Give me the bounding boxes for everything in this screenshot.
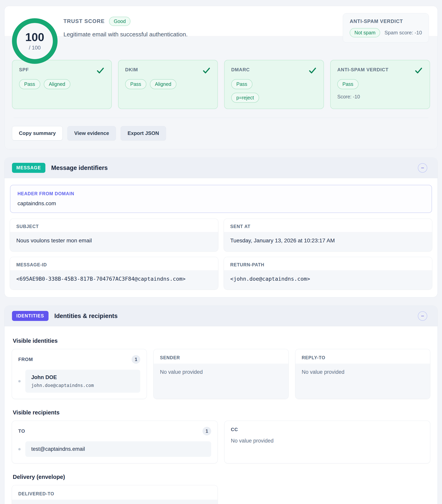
not-spam-badge: Not spam xyxy=(350,28,380,37)
status-pill: p=reject xyxy=(231,93,259,103)
status-pill: Aligned xyxy=(44,79,70,89)
from-entry: John DOE john.doe@captaindns.com xyxy=(18,370,140,393)
check-icon xyxy=(308,66,317,75)
dmarc-check-card: DMARC Pass p=reject xyxy=(224,60,324,109)
dkim-check-card: DKIM Pass Aligned xyxy=(118,60,218,109)
summary-texts: TRUST SCORE Good Legitimate email with s… xyxy=(63,13,343,38)
message-section-title: Message identifiers xyxy=(51,164,418,171)
identities-tag: IDENTITIES xyxy=(12,311,49,321)
spacer xyxy=(224,485,430,504)
to-count-badge: 1 xyxy=(203,427,211,435)
minus-icon: − xyxy=(421,313,424,319)
cc-label: CC xyxy=(231,427,238,432)
return-path-label: RETURN-PATH xyxy=(224,257,432,270)
spf-card-title: SPF xyxy=(19,66,29,72)
reply-to-card: REPLY-TO No value provided xyxy=(295,349,430,399)
to-card: TO 1 test@captaindns.email xyxy=(12,421,218,463)
return-path-field-card: RETURN-PATH <john.doe@captaindns.com> xyxy=(224,257,432,289)
header-from-domain-card: HEADER FROM DOMAIN captaindns.com xyxy=(10,185,432,213)
trust-summary-card: 100 / 100 TRUST SCORE Good Legitimate em… xyxy=(4,6,438,149)
spf-check-card: SPF Pass Aligned xyxy=(12,60,112,109)
bullet-dot-icon xyxy=(18,380,21,382)
copy-summary-button[interactable]: Copy summary xyxy=(12,126,63,141)
subject-field-card: SUBJECT Nous voulons tester mon email xyxy=(10,219,218,251)
from-email: john.doe@captaindns.com xyxy=(31,383,134,388)
from-display-name: John DOE xyxy=(31,374,134,380)
trust-score-denominator: / 100 xyxy=(29,45,41,51)
sender-empty-value: No value provided xyxy=(154,363,288,399)
collapse-message-section-button[interactable]: − xyxy=(418,163,427,173)
minus-icon: − xyxy=(421,165,424,171)
status-pill: Pass xyxy=(337,79,359,89)
summary-header: TRUST SCORE Good Legitimate email with s… xyxy=(4,6,438,36)
antispam-panel-title: ANTI-SPAM VERDICT xyxy=(350,18,422,24)
subject-value: Nous voulons tester mon email xyxy=(10,232,218,251)
reply-to-label: REPLY-TO xyxy=(295,349,430,363)
header-from-domain-value: captaindns.com xyxy=(18,200,424,207)
message-id-label: MESSAGE-ID xyxy=(10,257,218,270)
header-from-domain-label: HEADER FROM DOMAIN xyxy=(18,191,424,197)
message-section-header: MESSAGE Message identifiers − xyxy=(4,158,438,178)
trust-score-value: 100 xyxy=(25,31,44,43)
message-tag: MESSAGE xyxy=(12,163,45,173)
bullet-dot-icon xyxy=(18,448,21,450)
trust-grade-badge: Good xyxy=(109,17,130,26)
sent-at-label: SENT AT xyxy=(224,219,432,232)
delivered-to-body: test@captaindns.email xyxy=(12,500,218,504)
divider xyxy=(14,118,428,118)
subject-label: SUBJECT xyxy=(10,219,218,232)
message-id-field-card: MESSAGE-ID <695AE9B0-338B-45B3-817B-7047… xyxy=(10,257,218,289)
delivered-to-label: DELIVERED-TO xyxy=(12,485,218,500)
status-pill: Aligned xyxy=(150,79,176,89)
message-id-value: <695AE9B0-338B-45B3-817B-704767AC3F84@ca… xyxy=(10,270,218,289)
antispam-card-title: ANTI-SPAM VERDICT xyxy=(337,66,388,72)
check-icon xyxy=(96,66,105,75)
message-identifiers-section: MESSAGE Message identifiers − HEADER FRO… xyxy=(4,158,438,297)
trust-description: Legitimate email with successful authent… xyxy=(63,31,343,38)
antispam-verdict-panel: ANTI-SPAM VERDICT Not spam Spam score: -… xyxy=(343,13,429,43)
delivered-to-card: DELIVERED-TO test@captaindns.email xyxy=(12,485,218,504)
delivery-heading: Delivery (envelope) xyxy=(13,474,429,480)
dkim-card-title: DKIM xyxy=(125,66,138,72)
check-icon xyxy=(414,66,423,75)
identities-section-header: IDENTITIES Identities & recipients − xyxy=(4,306,438,326)
sender-card: SENDER No value provided xyxy=(154,349,288,399)
sender-label: SENDER xyxy=(154,349,288,363)
to-label: TO xyxy=(18,428,25,434)
sent-at-value: Tuesday, January 13, 2026 at 10:23:17 AM xyxy=(224,232,432,251)
auth-checks-grid: SPF Pass Aligned DKIM Pass Aligned xyxy=(12,60,430,109)
message-section-body: HEADER FROM DOMAIN captaindns.com SUBJEC… xyxy=(4,178,438,297)
reply-to-empty-value: No value provided xyxy=(295,363,430,399)
summary-actions: Copy summary View evidence Export JSON xyxy=(12,126,430,141)
view-evidence-button[interactable]: View evidence xyxy=(67,126,116,141)
cc-empty-value: No value provided xyxy=(231,438,424,444)
sent-at-field-card: SENT AT Tuesday, January 13, 2026 at 10:… xyxy=(224,219,432,251)
summary-body: SPF Pass Aligned DKIM Pass Aligned xyxy=(4,36,438,149)
visible-identities-heading: Visible identities xyxy=(13,338,429,344)
identities-section: IDENTITIES Identities & recipients − Vis… xyxy=(4,306,438,504)
to-entry: test@captaindns.email xyxy=(18,441,211,457)
antispam-check-card: ANTI-SPAM VERDICT Pass Score: -10 xyxy=(330,60,430,109)
status-pill: Pass xyxy=(19,79,40,89)
from-count-badge: 1 xyxy=(132,355,140,364)
identities-section-body: Visible identities FROM 1 John DOE john.… xyxy=(4,326,438,504)
from-card: FROM 1 John DOE john.doe@captaindns.com xyxy=(12,349,147,399)
antispam-score-note: Score: -10 xyxy=(337,94,423,100)
trust-score-label: TRUST SCORE xyxy=(63,18,105,24)
visible-recipients-heading: Visible recipients xyxy=(13,409,429,416)
identities-section-title: Identities & recipients xyxy=(55,312,418,320)
from-label: FROM xyxy=(18,357,33,362)
dmarc-card-title: DMARC xyxy=(231,66,250,72)
check-icon xyxy=(202,66,211,75)
status-pill: Pass xyxy=(231,79,252,89)
cc-card: CC No value provided xyxy=(224,421,430,463)
export-json-button[interactable]: Export JSON xyxy=(121,126,166,141)
collapse-identities-section-button[interactable]: − xyxy=(418,311,427,321)
to-email: test@captaindns.email xyxy=(31,446,205,452)
return-path-value: <john.doe@captaindns.com> xyxy=(224,270,432,289)
status-pill: Pass xyxy=(125,79,146,89)
trust-score-ring: 100 / 100 xyxy=(12,18,57,64)
spam-score-text: Spam score: -10 xyxy=(385,30,422,36)
